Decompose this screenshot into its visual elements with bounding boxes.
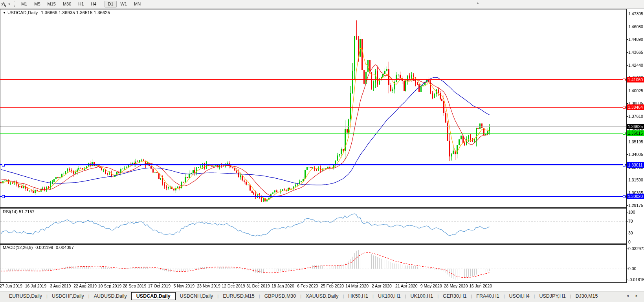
tab-dj30-m15[interactable]: DJ30,M15 (571, 292, 602, 300)
line-handle-right[interactable] (623, 79, 626, 81)
chart-overlay: 1.473051.460801.448901.436651.424401.412… (0, 0, 644, 291)
tool-dropdown-icon[interactable]: ▼ (8, 3, 11, 5)
line-handle-right[interactable] (623, 132, 626, 135)
timeframe-button-w1[interactable]: W1 (117, 1, 130, 7)
timeframe-button-m15[interactable]: M15 (44, 1, 59, 7)
macd-axis-tick: 0.00 (628, 266, 644, 271)
price-axis-tick: 1.37610 (628, 114, 644, 119)
date-axis-label: 18 Jan 2020 (270, 284, 295, 288)
date-axis-label: 25 Feb 2020 (320, 284, 345, 288)
current-price-tag: 1.36625 (627, 124, 644, 129)
crosshair-tool-icon[interactable] (0, 1, 7, 7)
line-handle-left[interactable] (2, 195, 5, 198)
timeframe-button-h4[interactable]: H4 (88, 1, 99, 7)
tab-uk100-h1[interactable]: UK100,H1 (406, 292, 437, 300)
tab-hk50-h1[interactable]: HK50,H1 (344, 292, 372, 300)
tab-scroll-left-icon[interactable]: ◄ (626, 294, 629, 298)
tab-usdchf-daily[interactable]: USDCHF,Daily (48, 292, 88, 300)
price-axis-tick: 1.31590 (628, 178, 644, 182)
tab-fra40-h1[interactable]: FRA40,H1 (472, 292, 503, 300)
date-axis-label: 10 Sep 2019 (97, 284, 123, 288)
line-handle-right[interactable] (623, 195, 626, 198)
toolbar: ▼ M1M5M15M30H1H4D1W1MN ▲ (0, 0, 644, 9)
timeframe-button-m30[interactable]: M30 (60, 1, 74, 7)
rsi-axis-tick: 30 (628, 231, 644, 235)
tab-xauusd-daily[interactable]: XAUUSD,Daily (301, 292, 343, 300)
price-axis-tick: 1.29175 (628, 203, 644, 208)
toolbar-drag-handle[interactable] (14, 2, 15, 7)
macd-axis-tick: -0.018154 (628, 277, 644, 282)
tab-scroll-right-icon[interactable]: ► (635, 294, 638, 298)
price-tag-1.30020: 1.30020 (627, 194, 644, 199)
tab-uk100-h1[interactable]: UK100,H1 (374, 292, 405, 300)
tab-usdcad-daily[interactable]: USDCAD,Daily (131, 292, 176, 300)
tab-audusd-daily[interactable]: AUDUSD,Daily (90, 292, 131, 300)
line-handle-right[interactable] (623, 164, 626, 167)
date-axis-label: 2 Apr 2020 (369, 284, 394, 288)
chart-tabs: EURUSD,Daily|USDCHF,Daily|AUDUSD,DailyUS… (0, 291, 644, 301)
tab-eurusd-daily[interactable]: EURUSD,Daily (5, 292, 46, 300)
date-axis-label: 14 Mar 2020 (345, 284, 370, 288)
timeframe-button-h1[interactable]: H1 (75, 1, 87, 7)
date-axis-label: 28 Sep 2019 (122, 284, 147, 288)
date-axis-label: 28 May 2020 (443, 284, 468, 288)
mt4-window: ▼ M1M5M15M30H1H4D1W1MN ▲ ▼USDCAD,Daily1.… (0, 0, 644, 302)
rsi-axis-tick: 0 (628, 240, 644, 244)
date-axis-label: 6 Feb 2020 (295, 284, 320, 288)
date-axis-label: 21 Apr 2020 (394, 284, 419, 288)
price-axis-tick: 1.42440 (628, 63, 644, 68)
price-axis-tick: 1.44890 (628, 37, 644, 42)
date-axis-label: 27 Jun 2019 (0, 284, 24, 288)
date-axis-label: 12 Dec 2019 (221, 284, 246, 288)
macd-axis-tick: 0.032972 (628, 246, 644, 251)
chart-menu-icon[interactable]: ▼ (3, 11, 6, 15)
date-axis-label: 5 Nov 2019 (171, 284, 196, 288)
price-axis-tick: 1.47305 (628, 11, 644, 16)
tab-ger30-h1[interactable]: GER30,H1 (439, 292, 471, 300)
date-axis-label: 23 Nov 2019 (196, 284, 221, 288)
chart-workspace: ▼USDCAD,Daily1.36866 1.36935 1.36515 1.3… (0, 0, 644, 291)
timeframe-button-mn[interactable]: MN (131, 1, 144, 7)
chart-tab-bar: EURUSD,Daily|USDCHF,Daily|AUDUSD,DailyUS… (0, 291, 644, 302)
price-axis-tick: 1.43665 (628, 50, 644, 55)
macd-label: MACD(12,26,9) -0.001199 -0.004097 (3, 245, 74, 250)
date-axis-label: 17 Oct 2019 (147, 284, 172, 288)
tab-usdjpy-h1[interactable]: USDJPY,H1 (535, 292, 570, 300)
date-axis-label: 22 Aug 2019 (73, 284, 98, 288)
chart-ohlc-values: 1.36866 1.36935 1.36515 1.36625 (41, 10, 110, 15)
date-axis-label: 3 Aug 2019 (48, 284, 73, 288)
price-axis-tick: 1.35195 (628, 139, 644, 144)
hline-1.30020[interactable] (0, 196, 626, 197)
hline-1.38464[interactable] (0, 107, 626, 108)
hline-1.33011[interactable] (0, 164, 626, 165)
rsi-label: RSI(14) 51.7157 (3, 209, 35, 214)
rsi-axis-tick: 70 (628, 219, 644, 223)
price-axis-tick: 1.46080 (628, 24, 644, 29)
price-axis-tick: 1.40025 (628, 88, 644, 93)
tab-gbpusd-m30[interactable]: GBPUSD,M30 (260, 292, 301, 300)
timeframe-button-m5[interactable]: M5 (31, 1, 43, 7)
tab-eurusd-m15[interactable]: EURUSD,M15 (218, 292, 259, 300)
price-axis-tick: 1.34005 (628, 152, 644, 157)
toolbar-overflow-icon[interactable]: ▲ (476, 1, 479, 5)
price-tag-1.33011: 1.33011 (627, 162, 644, 168)
chart-symbol: USDCAD,Daily (7, 10, 38, 15)
date-axis-label: 9 May 2020 (418, 284, 444, 288)
date-axis-label: 16 Jun 2020 (468, 284, 493, 288)
tab-usdcnh-daily[interactable]: USDCNH,Daily (176, 292, 218, 300)
timeframe-button-d1[interactable]: D1 (105, 1, 116, 7)
timeframe-buttons: M1M5M15M30H1H4D1W1MN (18, 1, 144, 7)
date-axis-label: 31 Dec 2019 (246, 284, 271, 288)
toolbar-separator (102, 1, 102, 7)
line-handle-right[interactable] (623, 106, 626, 109)
timeframe-button-m1[interactable]: M1 (18, 1, 30, 7)
chart-title: ▼USDCAD,Daily1.36866 1.36935 1.36515 1.3… (3, 10, 110, 15)
price-tag-1.36015: 1.36015 (627, 130, 644, 136)
line-handle-left[interactable] (2, 164, 5, 167)
tab-usoil-h4[interactable]: USOil,H4 (505, 292, 534, 300)
price-tag-1.41060: 1.41060 (627, 77, 644, 82)
date-axis-label: 16 Jul 2019 (23, 284, 48, 288)
hline-1.41060[interactable] (0, 79, 626, 80)
rsi-axis-tick: 100 (628, 210, 644, 214)
hline-1.36015[interactable] (0, 133, 626, 134)
